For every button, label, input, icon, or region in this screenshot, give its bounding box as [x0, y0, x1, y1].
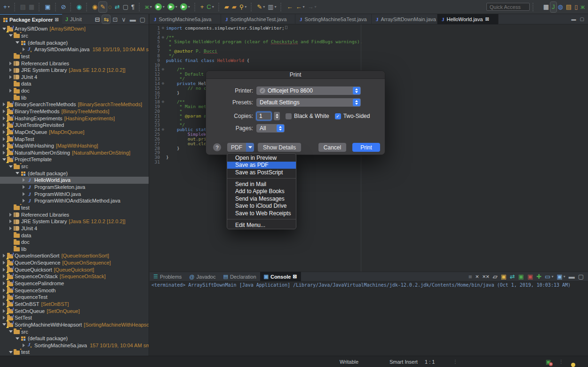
sidebar-tab-package-explorer[interactable]: Package Explorer⊠: [0, 14, 62, 25]
tree-item[interactable]: JsSortingMachine5a.java157 10/1/19, 10:0…: [0, 342, 149, 349]
expand-arrow-icon[interactable]: [8, 34, 13, 37]
tree-item[interactable]: SetOnBST[SetOnBST]: [0, 301, 149, 308]
tree-item[interactable]: Referenced Libraries: [0, 211, 149, 218]
maximize-icon[interactable]: ▢: [577, 272, 585, 282]
expand-arrow-icon[interactable]: [8, 89, 13, 93]
tree-item[interactable]: BinaryTreeMethods[BinaryTreeMethods]: [0, 108, 149, 115]
expand-arrow-icon[interactable]: [22, 192, 26, 196]
skip-all-breakpoints-icon[interactable]: ⊘: [60, 2, 68, 12]
java-perspective-icon[interactable]: J: [550, 2, 556, 12]
tree-item[interactable]: lib: [0, 246, 149, 253]
tree-item[interactable]: JHelloWorld.java: [0, 177, 149, 184]
tree-item[interactable]: HashingExperiments[HashingExperiments]: [0, 115, 149, 122]
help-button[interactable]: ?: [213, 143, 221, 151]
console-tab-declaration[interactable]: ▤Declaration: [220, 272, 260, 281]
print-button[interactable]: Print: [352, 143, 380, 152]
menu-item-edit-menu-[interactable]: Edit Menu...: [227, 221, 296, 229]
menu-item-send-in-mail[interactable]: Send in Mail: [227, 180, 296, 188]
tree-item[interactable]: MapWithHashing[MapWithHashing]: [0, 142, 149, 149]
tree-item[interactable]: src: [0, 328, 149, 335]
pin-console-icon[interactable]: ✚: [535, 272, 543, 282]
expand-arrow-icon[interactable]: [8, 75, 13, 79]
console-tab-problems[interactable]: ☰Problems: [150, 272, 185, 281]
tree-item[interactable]: lib: [0, 94, 149, 101]
tree-item[interactable]: ProjectTemplate: [0, 156, 149, 163]
editor-tab-helloworld-java[interactable]: JHelloWorld.java⊠: [437, 14, 499, 24]
tree-item[interactable]: JRE System Library[Java SE 12.0.2 [12.0.…: [0, 218, 149, 225]
run-external-tools-icon[interactable]: ▶▾: [166, 2, 179, 12]
new-annotation-icon[interactable]: ✎▾: [255, 2, 266, 12]
quick-access-input[interactable]: [486, 3, 530, 11]
display-selected-console-icon[interactable]: ▭▾: [543, 272, 555, 282]
word-wrap-icon[interactable]: ⇄: [509, 272, 516, 282]
tree-item[interactable]: SortingMachineWithHeapsort[SortingMachin…: [0, 321, 149, 328]
cancel-button[interactable]: Cancel: [318, 143, 346, 152]
editor-tab-sortingmachine5atest-java[interactable]: JSortingMachine5aTest.java: [295, 14, 372, 24]
expand-arrow-icon[interactable]: [8, 351, 13, 353]
tree-item[interactable]: SequencePalindrome: [0, 280, 149, 287]
forward-history-icon[interactable]: →▾: [306, 2, 318, 12]
copies-input[interactable]: 1: [256, 112, 271, 120]
coverage-icon[interactable]: ▶▾: [179, 2, 191, 12]
menu-item-save-to-web-receipts[interactable]: Save to Web Receipts: [227, 210, 296, 217]
console-tab-console[interactable]: ▣Console⊠: [260, 272, 301, 281]
expand-arrow-icon[interactable]: [15, 172, 19, 174]
tree-item[interactable]: QueueQuicksort[QueueQuicksort]: [0, 266, 149, 273]
clear-console-icon[interactable]: ▱: [491, 272, 499, 282]
focus-active-task-icon[interactable]: ⊡: [111, 15, 119, 23]
tree-item[interactable]: test: [0, 349, 149, 356]
black-white-checkbox[interactable]: [286, 113, 292, 119]
maximize-icon[interactable]: ▢: [580, 16, 584, 22]
tree-item[interactable]: JsArraySiftDownMain.java158 10/1/19, 10:…: [0, 46, 149, 53]
show-stdout-changed-icon[interactable]: ▣: [517, 272, 525, 282]
expand-arrow-icon[interactable]: [22, 199, 26, 203]
expand-arrow-icon[interactable]: [15, 41, 19, 44]
show-whitespace-icon[interactable]: ¶: [130, 2, 136, 12]
two-sided-checkbox[interactable]: ✓: [335, 113, 341, 119]
menu-item-save-to-icloud-drive[interactable]: Save to iCloud Drive: [227, 203, 296, 210]
expand-arrow-icon[interactable]: [8, 68, 13, 72]
tree-item[interactable]: SetTest: [0, 314, 149, 321]
dashed-square-icon[interactable]: ▢: [121, 2, 130, 12]
new-java-project-icon[interactable]: +: [199, 2, 206, 12]
snap-target-icon[interactable]: ◌: [107, 2, 113, 12]
show-stderr-changed-icon[interactable]: ▣: [526, 272, 534, 282]
expand-arrow-icon[interactable]: [22, 178, 26, 182]
trace-teal-icon[interactable]: ◉: [75, 2, 83, 12]
expand-arrow-icon[interactable]: [8, 219, 13, 223]
wrap-lines-icon[interactable]: ⇄: [113, 2, 121, 12]
copies-stepper[interactable]: [274, 112, 280, 120]
open-resource-icon[interactable]: ▰: [230, 2, 238, 12]
pages-select[interactable]: All: [256, 124, 285, 133]
tree-item[interactable]: MapOnQueue[MapOnQueue]: [0, 129, 149, 136]
view-menu-icon[interactable]: ∨: [120, 15, 127, 23]
open-type-icon[interactable]: ▰: [223, 2, 230, 12]
menu-item-save-as-postscript[interactable]: Save as PostScript: [227, 169, 296, 176]
paintbrush-icon[interactable]: ✎: [99, 2, 107, 12]
expand-arrow-icon[interactable]: [8, 62, 13, 65]
next-annotation-icon[interactable]: ▥▾: [266, 2, 278, 12]
tree-item[interactable]: ArraySiftDown[ArraySiftDown]: [0, 25, 149, 32]
debug-perspective-icon[interactable]: ж: [579, 2, 586, 12]
editor-tab-sortingmachinetest-java[interactable]: JSortingMachineTest.java: [221, 14, 295, 24]
link-with-editor-icon[interactable]: ⇆: [102, 15, 110, 23]
tree-item[interactable]: QueueInsertionSort[QueueInsertionSort]: [0, 252, 149, 259]
close-icon[interactable]: ⊠: [293, 273, 297, 280]
expand-arrow-icon[interactable]: [8, 165, 13, 168]
sidebar-tab-junit[interactable]: JJUnit: [62, 14, 85, 25]
tree-item[interactable]: SequenceOnStack[SequenceOnStack]: [0, 273, 149, 280]
package-explorer-tree[interactable]: ArraySiftDown[ArraySiftDown]src(default …: [0, 25, 149, 356]
last-edit-location-icon[interactable]: ←: [285, 2, 294, 12]
maximize-icon[interactable]: ▢: [138, 15, 147, 23]
menu-item-save-as-pdf[interactable]: Save as PDF: [227, 162, 296, 169]
remove-launch-icon[interactable]: ×: [474, 272, 481, 282]
close-icon[interactable]: ⊠: [55, 17, 58, 22]
expand-arrow-icon[interactable]: [8, 213, 13, 217]
show-details-button[interactable]: Show Details: [258, 143, 301, 152]
editor-tab-arraysiftdownmain-java[interactable]: JArraySiftDownMain.java: [372, 14, 437, 24]
save-all-icon[interactable]: ▦: [27, 2, 36, 12]
tree-item[interactable]: doc: [0, 239, 149, 246]
lightbulb-icon[interactable]: [571, 363, 575, 367]
expand-arrow-icon[interactable]: [22, 344, 26, 347]
tree-item[interactable]: SetOnQueue[SetOnQueue]: [0, 307, 149, 314]
